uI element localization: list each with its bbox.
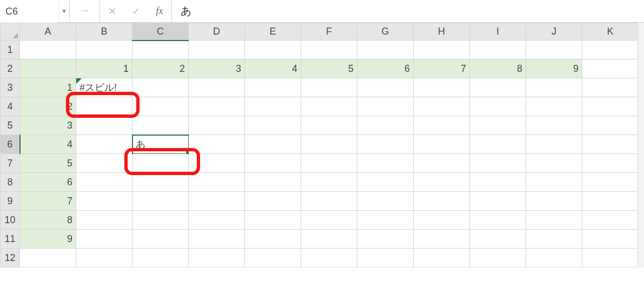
cell-H7[interactable]: [414, 154, 470, 173]
cell-K6[interactable]: [582, 135, 639, 154]
cell-F1[interactable]: [301, 41, 357, 59]
cell-I9[interactable]: [470, 192, 526, 211]
cell-A12[interactable]: [20, 249, 76, 267]
formula-input[interactable]: あ: [172, 0, 644, 22]
cell-K8[interactable]: [582, 173, 639, 192]
cell-E9[interactable]: [245, 192, 301, 211]
row-head-9[interactable]: 9: [1, 192, 20, 211]
cell-I6[interactable]: [470, 135, 526, 154]
cell-B12[interactable]: [76, 249, 132, 267]
cell-B2[interactable]: 1: [76, 59, 132, 78]
cell-D5[interactable]: [189, 116, 245, 135]
cell-A8[interactable]: 6: [20, 173, 76, 192]
cell-H1[interactable]: [414, 41, 470, 59]
cell-J9[interactable]: [526, 192, 582, 211]
cell-D4[interactable]: [189, 97, 245, 116]
col-head-A[interactable]: A: [20, 23, 76, 41]
cell-E3[interactable]: [245, 78, 301, 97]
cell-C9[interactable]: [132, 192, 189, 211]
cell-F12[interactable]: [301, 249, 357, 267]
cell-G9[interactable]: [357, 192, 414, 211]
cancel-button[interactable]: ✕: [100, 0, 124, 23]
cell-E8[interactable]: [245, 173, 301, 192]
cell-J11[interactable]: [526, 230, 582, 249]
cell-C5[interactable]: [132, 116, 189, 135]
cell-A9[interactable]: 7: [20, 192, 76, 211]
cell-A2[interactable]: [20, 59, 76, 78]
cell-J6[interactable]: [526, 135, 582, 154]
cell-F9[interactable]: [301, 192, 357, 211]
row-head-8[interactable]: 8: [1, 173, 20, 192]
cell-B6[interactable]: [76, 135, 132, 154]
row-head-10[interactable]: 10: [1, 211, 20, 230]
cell-H10[interactable]: [414, 211, 470, 230]
cell-I10[interactable]: [470, 211, 526, 230]
cell-F8[interactable]: [301, 173, 357, 192]
cell-E6[interactable]: [245, 135, 301, 154]
cell-C7[interactable]: [132, 154, 189, 173]
cell-E5[interactable]: [245, 116, 301, 135]
cell-K9[interactable]: [582, 192, 639, 211]
row-head-1[interactable]: 1: [1, 41, 20, 59]
cell-J2[interactable]: 9: [526, 59, 582, 78]
cell-F7[interactable]: [301, 154, 357, 173]
cell-F10[interactable]: [301, 211, 357, 230]
cell-A7[interactable]: 5: [20, 154, 76, 173]
cell-E7[interactable]: [245, 154, 301, 173]
cell-A4[interactable]: 2: [20, 97, 76, 116]
col-head-F[interactable]: F: [301, 23, 357, 41]
cell-G1[interactable]: [357, 41, 414, 59]
cell-F2[interactable]: 5: [301, 59, 357, 78]
cell-B4[interactable]: [76, 97, 132, 116]
cell-C8[interactable]: [132, 173, 189, 192]
cell-C10[interactable]: [132, 211, 189, 230]
cell-C1[interactable]: [132, 41, 189, 59]
cell-C11[interactable]: [132, 230, 189, 249]
cell-F6[interactable]: [301, 135, 357, 154]
cell-B7[interactable]: [76, 154, 132, 173]
cell-D10[interactable]: [189, 211, 245, 230]
cell-E12[interactable]: [245, 249, 301, 267]
row-head-11[interactable]: 11: [1, 230, 20, 249]
cell-B3[interactable]: #スピル!: [76, 78, 132, 97]
cell-E10[interactable]: [245, 211, 301, 230]
cell-F4[interactable]: [301, 97, 357, 116]
col-head-G[interactable]: G: [357, 23, 414, 41]
cell-I4[interactable]: [470, 97, 526, 116]
cell-H11[interactable]: [414, 230, 470, 249]
cell-D12[interactable]: [189, 249, 245, 267]
cell-D7[interactable]: [189, 154, 245, 173]
cell-H6[interactable]: [414, 135, 470, 154]
cell-B11[interactable]: [76, 230, 132, 249]
insert-function-button[interactable]: fx: [148, 0, 171, 23]
col-head-E[interactable]: E: [245, 23, 301, 41]
cell-K12[interactable]: [582, 249, 639, 267]
row-head-2[interactable]: 2: [1, 59, 20, 78]
col-head-H[interactable]: H: [414, 23, 470, 41]
col-head-B[interactable]: B: [76, 23, 132, 41]
cell-D9[interactable]: [189, 192, 245, 211]
cell-G5[interactable]: [357, 116, 414, 135]
cell-F11[interactable]: [301, 230, 357, 249]
cell-B5[interactable]: [76, 116, 132, 135]
row-head-12[interactable]: 12: [1, 249, 20, 267]
cell-I5[interactable]: [470, 116, 526, 135]
cell-J1[interactable]: [526, 41, 582, 59]
cell-B1[interactable]: [76, 41, 132, 59]
cell-D1[interactable]: [189, 41, 245, 59]
cell-D6[interactable]: [189, 135, 245, 154]
cell-D3[interactable]: [189, 78, 245, 97]
cell-D8[interactable]: [189, 173, 245, 192]
cell-D2[interactable]: 3: [189, 59, 245, 78]
cell-J5[interactable]: [526, 116, 582, 135]
cell-G7[interactable]: [357, 154, 414, 173]
cell-E2[interactable]: 4: [245, 59, 301, 78]
enter-button[interactable]: ✓: [124, 0, 148, 23]
cell-B8[interactable]: [76, 173, 132, 192]
cell-H2[interactable]: 7: [414, 59, 470, 78]
name-box[interactable]: C6: [0, 0, 58, 23]
formula-bar-resize-handle[interactable]: ⋮: [70, 0, 100, 22]
cell-K3[interactable]: [582, 78, 639, 97]
cell-J3[interactable]: [526, 78, 582, 97]
cell-C3[interactable]: [132, 78, 189, 97]
